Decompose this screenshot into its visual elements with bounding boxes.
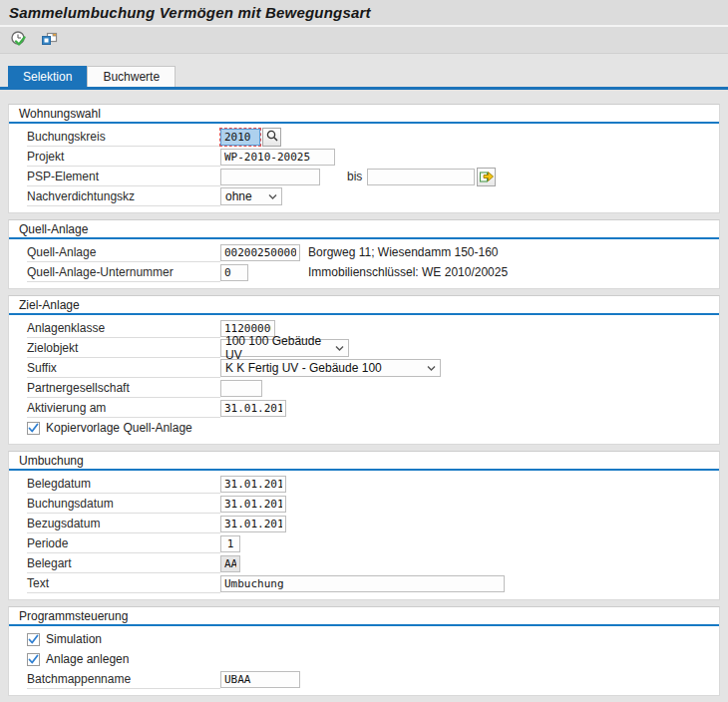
bis-label: bis (347, 170, 367, 183)
application-toolbar (0, 27, 728, 54)
field-row-batchmappenname: Batchmappenname (27, 669, 709, 689)
anlagenklasse-label: Anlagenklasse (27, 318, 220, 338)
field-row-buchungskreis: Buchungskreis (27, 127, 709, 147)
buchungskreis-label: Buchungskreis (27, 127, 220, 147)
quell-anlage-input[interactable] (220, 244, 300, 261)
zielobjekt-dropdown[interactable]: 100 100 Gebäude UV (220, 339, 349, 357)
projekt-label: Projekt (27, 147, 220, 167)
immobilienschluessel-text: Immobilienschlüssel: WE 2010/20025 (308, 265, 508, 279)
page-title: Sammelumbuchung Vermögen mit Bewegungsar… (9, 4, 371, 21)
belegart-label: Belegart (27, 553, 220, 573)
field-row-zielobjekt: Zielobjekt 100 100 Gebäude UV (27, 338, 709, 358)
quell-anlage-label: Quell-Anlage (27, 242, 220, 262)
group-rule (9, 237, 719, 239)
group-title: Programmsteuerung (9, 607, 719, 624)
check-icon (28, 423, 39, 434)
belegart-input[interactable] (220, 555, 240, 572)
periode-input[interactable] (220, 535, 240, 552)
group-ziel-anlage: Ziel-Anlage Anlagenklasse Zielobjekt 100… (8, 295, 720, 445)
partnergesellschaft-input[interactable] (220, 380, 262, 397)
group-programmsteuerung: Programmsteuerung Simulation Anlage anle… (8, 606, 720, 696)
tab-buchwerte[interactable]: Buchwerte (87, 66, 176, 87)
aktivierung-am-input[interactable] (220, 400, 286, 417)
chevron-down-icon (268, 189, 277, 203)
field-row-unternummer: Quell-Anlage-Unternummer Immobilienschlü… (27, 262, 709, 282)
bezugsdatum-label: Bezugsdatum (27, 514, 220, 533)
group-rule (9, 313, 719, 315)
field-row-psp-element: PSP-Element bis (27, 167, 709, 186)
kopiervorlage-checkbox[interactable] (27, 422, 40, 435)
multiple-selection-icon (479, 168, 495, 186)
nachverdichtungskz-label: Nachverdichtungskz (27, 186, 220, 206)
suffix-label: Suffix (27, 358, 220, 378)
field-row-anlagenklasse: Anlagenklasse (27, 318, 709, 338)
field-row-partnergesellschaft: Partnergesellschaft (27, 378, 709, 398)
text-label: Text (27, 573, 220, 593)
field-row-projekt: Projekt (27, 147, 709, 167)
group-title: Wohnungswahl (9, 105, 719, 122)
get-variant-icon (40, 30, 58, 51)
group-title: Quell-Anlage (9, 220, 719, 237)
bezugsdatum-input[interactable] (220, 516, 286, 532)
simulation-label: Simulation (46, 632, 102, 646)
group-title: Ziel-Anlage (9, 296, 719, 313)
periode-label: Periode (27, 533, 220, 553)
aktivierung-am-label: Aktivierung am (27, 398, 220, 418)
group-rule (9, 122, 719, 124)
chevron-down-icon (335, 341, 344, 355)
belegdatum-label: Belegdatum (27, 474, 220, 494)
multiple-selection-button[interactable] (477, 168, 496, 186)
text-input[interactable] (220, 575, 505, 592)
value-help-button[interactable] (262, 128, 281, 147)
unternummer-input[interactable] (220, 264, 248, 281)
field-row-quell-anlage: Quell-Anlage Borgweg 11; Wiesendamm 150-… (27, 242, 709, 262)
field-row-text: Text (27, 573, 709, 593)
nachverdichtungskz-value: ohne (225, 189, 252, 203)
check-icon (28, 634, 39, 645)
buchungskreis-input[interactable] (220, 129, 260, 146)
tab-buchwerte-label: Buchwerte (103, 70, 160, 84)
batchmappenname-input[interactable] (220, 671, 300, 688)
field-row-periode: Periode (27, 533, 709, 553)
unternummer-label: Quell-Anlage-Unternummer (27, 262, 220, 282)
psp-element-label: PSP-Element (27, 167, 220, 186)
buchungsdatum-label: Buchungsdatum (27, 494, 220, 514)
field-row-suffix: Suffix K K Fertig UV - Gebäude 100 (27, 358, 709, 378)
psp-element-from-input[interactable] (220, 169, 320, 185)
simulation-checkbox[interactable] (27, 633, 40, 646)
group-title: Umbuchung (9, 452, 719, 469)
checkbox-row-kopiervorlage: Kopiervorlage Quell-Anlage (27, 418, 709, 438)
field-row-nachverdichtungskz: Nachverdichtungskz ohne (27, 186, 709, 206)
anlage-anlegen-checkbox[interactable] (27, 653, 40, 666)
kopiervorlage-label: Kopiervorlage Quell-Anlage (46, 421, 192, 435)
group-rule (9, 624, 719, 626)
field-row-bezugsdatum: Bezugsdatum (27, 514, 709, 533)
execute-icon (10, 30, 28, 51)
projekt-input[interactable] (220, 149, 335, 166)
selection-screen: Wohnungswahl Buchungskreis Projekt PSP-E… (0, 90, 728, 696)
quell-anlage-address-text: Borgweg 11; Wiesendamm 150-160 (308, 245, 499, 259)
suffix-value: K K Fertig UV - Gebäude 100 (225, 361, 382, 375)
suffix-dropdown[interactable]: K K Fertig UV - Gebäude 100 (220, 359, 441, 377)
belegdatum-input[interactable] (220, 476, 286, 493)
execute-button[interactable] (8, 29, 30, 51)
zielobjekt-value: 100 100 Gebäude UV (225, 334, 329, 362)
group-umbuchung: Umbuchung Belegdatum Buchungsdatum Bezug… (8, 451, 720, 600)
checkbox-row-simulation: Simulation (27, 629, 709, 649)
zielobjekt-label: Zielobjekt (27, 338, 220, 358)
batchmappenname-label: Batchmappenname (27, 669, 220, 689)
group-wohnungswahl: Wohnungswahl Buchungskreis Projekt PSP-E… (8, 104, 720, 213)
field-row-aktivierung: Aktivierung am (27, 398, 709, 418)
checkbox-row-anlage-anlegen: Anlage anlegen (27, 649, 709, 669)
search-icon (265, 129, 279, 146)
chevron-down-icon (427, 361, 436, 375)
buchungsdatum-input[interactable] (220, 496, 286, 513)
psp-element-to-input[interactable] (367, 169, 475, 185)
field-row-buchungsdatum: Buchungsdatum (27, 494, 709, 514)
nachverdichtungskz-dropdown[interactable]: ohne (220, 187, 282, 205)
group-quell-anlage: Quell-Anlage Quell-Anlage Borgweg 11; Wi… (8, 219, 720, 289)
check-icon (28, 654, 39, 665)
tab-selektion[interactable]: Selektion (8, 66, 87, 87)
tab-selektion-label: Selektion (23, 70, 72, 84)
get-variant-button[interactable] (38, 29, 60, 51)
